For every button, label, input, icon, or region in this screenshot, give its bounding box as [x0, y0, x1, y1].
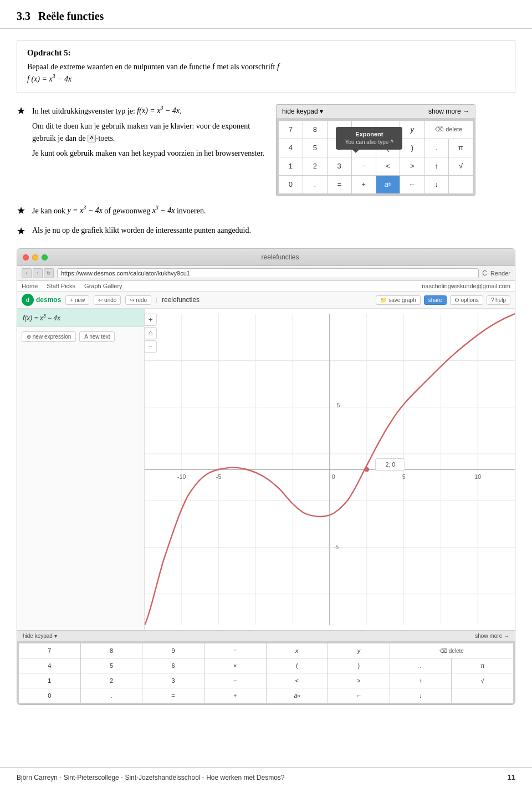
bkey-open-paren[interactable]: (: [267, 658, 328, 673]
bkey-less[interactable]: <: [267, 673, 328, 688]
save-graph-btn[interactable]: 📁 save graph: [376, 295, 420, 305]
key-5[interactable]: 5: [303, 139, 327, 157]
window-title: reelefuncties: [51, 253, 509, 261]
footer-page-number: 11: [508, 773, 515, 781]
forward-btn[interactable]: ›: [33, 268, 43, 278]
bkey-times[interactable]: ×: [204, 658, 266, 673]
menu-graph-gallery[interactable]: Graph Gallery: [84, 283, 122, 289]
key-dot-2[interactable]: .: [424, 139, 448, 157]
help-btn[interactable]: ? help: [487, 295, 510, 305]
bkey-5[interactable]: 5: [81, 658, 142, 673]
key-delete[interactable]: ⌫ delete: [424, 121, 473, 139]
bkey-6[interactable]: 6: [142, 658, 204, 673]
step-2: ★ Je kan ook y = x3 − 4x of gewoonweg x3…: [17, 204, 515, 217]
back-btn[interactable]: ‹: [22, 268, 32, 278]
desmos-toolbar: d desmos + new ↩ undo ↪ redo | reelefunc…: [17, 292, 515, 309]
key-0[interactable]: 0: [279, 176, 303, 193]
key-dot[interactable]: .: [303, 176, 327, 193]
page-footer: Björn Carreyn - Sint-Pieterscollege - Si…: [0, 767, 532, 787]
svg-text:−: −: [149, 342, 153, 350]
key-2[interactable]: 2: [303, 157, 327, 175]
bkey-delete[interactable]: ⌫ delete: [390, 643, 513, 658]
bkey-y[interactable]: y: [328, 643, 390, 658]
menu-home[interactable]: Home: [22, 283, 38, 289]
key-7[interactable]: 7: [279, 121, 303, 139]
bkey-greater[interactable]: >: [328, 673, 390, 688]
bkey-x[interactable]: x: [267, 643, 328, 658]
key-4[interactable]: 4: [279, 139, 303, 157]
keypad-bottom-hide[interactable]: hide keypad ▾: [23, 633, 57, 639]
redo-btn[interactable]: ↪ redo: [125, 295, 151, 305]
address-bar[interactable]: https://www.desmos.com/calculator/kukhvy…: [57, 268, 479, 278]
toolbar-title: reelefuncties: [162, 296, 200, 304]
bkey-sqrt[interactable]: √: [452, 673, 513, 688]
bkey-divide[interactable]: ÷: [204, 643, 266, 658]
bkey-eq[interactable]: =: [142, 688, 204, 703]
key-less[interactable]: < Exponent You can also type ^: [376, 157, 400, 175]
undo-btn[interactable]: ↩ undo: [94, 295, 121, 305]
bkey-3[interactable]: 3: [142, 673, 204, 688]
desmos-graph-area[interactable]: -10 -5 0 5 10 5 -5 2, 0: [145, 309, 515, 630]
key-up-arrow[interactable]: ↑: [424, 157, 448, 175]
footer-text: Björn Carreyn - Sint-Pieterscollege - Si…: [17, 774, 285, 781]
bkey-dot[interactable]: .: [81, 688, 142, 703]
bkey-up[interactable]: ↑: [390, 673, 452, 688]
menu-staff-picks[interactable]: Staff Picks: [47, 283, 75, 289]
key-down-arrow[interactable]: ↓: [424, 176, 448, 193]
bkey-8[interactable]: 8: [81, 643, 142, 658]
bkey-down[interactable]: ↓: [390, 688, 452, 703]
key-plus[interactable]: +: [352, 176, 376, 193]
bkey-1[interactable]: 1: [19, 673, 80, 688]
step-star-2: ★: [17, 205, 27, 217]
bkey-0[interactable]: 0: [19, 688, 80, 703]
refresh-btn[interactable]: ↻: [44, 268, 54, 278]
bkey-4[interactable]: 4: [19, 658, 80, 673]
options-btn[interactable]: ⚙ options: [450, 295, 483, 305]
new-expression-btn[interactable]: ⊕ new expression: [22, 331, 76, 342]
bkey-7[interactable]: 7: [19, 643, 80, 658]
key-3[interactable]: 3: [328, 157, 351, 175]
bkey-2[interactable]: 2: [81, 673, 142, 688]
step-star-1: ★: [17, 105, 27, 117]
key-sqrt[interactable]: √: [449, 157, 473, 175]
section-name: Reële functies: [38, 10, 104, 22]
render-btn[interactable]: C: [482, 269, 487, 277]
mac-minimize-dot: [32, 254, 38, 260]
bkey-close-paren[interactable]: ): [328, 658, 390, 673]
bkey-9[interactable]: 9: [142, 643, 204, 658]
key-1[interactable]: 1: [279, 157, 303, 175]
key-y[interactable]: y: [400, 121, 424, 139]
mac-close-dot: [23, 254, 29, 260]
share-btn[interactable]: share: [424, 295, 447, 305]
toolbar-right: 📁 save graph share ⚙ options ? help: [376, 295, 510, 305]
desmos-left-panel: f(x) = x3 − 4x ⊕ new expression A new te…: [17, 309, 145, 630]
key-left-arrow[interactable]: ←: [400, 176, 424, 193]
step-star-3: ★: [17, 225, 27, 237]
mac-window-chrome: reelefuncties: [17, 249, 515, 266]
bkey-dot2[interactable]: .: [390, 658, 452, 673]
bkey-left[interactable]: ←: [328, 688, 390, 703]
bkey-minus[interactable]: −: [204, 673, 266, 688]
new-text-btn[interactable]: A new text: [79, 331, 115, 342]
expression-item[interactable]: f(x) = x3 − 4x: [17, 309, 144, 327]
bkey-exp[interactable]: ab: [267, 688, 328, 703]
main-content: Opdracht 5: Bepaal de extreme waarden en…: [0, 29, 532, 727]
key-pi[interactable]: π: [449, 139, 473, 157]
bkey-pi[interactable]: π: [452, 658, 513, 673]
key-close-paren[interactable]: ): [400, 139, 424, 157]
svg-text:+: +: [149, 315, 153, 324]
svg-text:2, 0: 2, 0: [386, 461, 396, 468]
new-btn[interactable]: + new: [65, 295, 89, 305]
key-minus[interactable]: −: [352, 157, 376, 175]
key-greater[interactable]: >: [400, 157, 424, 175]
key-exponent[interactable]: ab: [376, 176, 400, 193]
toolbar-separator: |: [156, 297, 157, 303]
bkey-plus[interactable]: +: [204, 688, 266, 703]
opdracht-title: Opdracht 5:: [27, 48, 505, 58]
key-8[interactable]: 8: [303, 121, 327, 139]
key-equals[interactable]: =: [328, 176, 351, 193]
keypad-area: hide keypad ▾ show more → 7 8 9 ÷ x y ⌫ …: [276, 104, 475, 196]
keypad-bottom-show-more[interactable]: show more →: [475, 633, 509, 639]
keypad-topbar: hide keypad ▾ show more →: [277, 105, 475, 119]
svg-text:5: 5: [337, 402, 340, 408]
